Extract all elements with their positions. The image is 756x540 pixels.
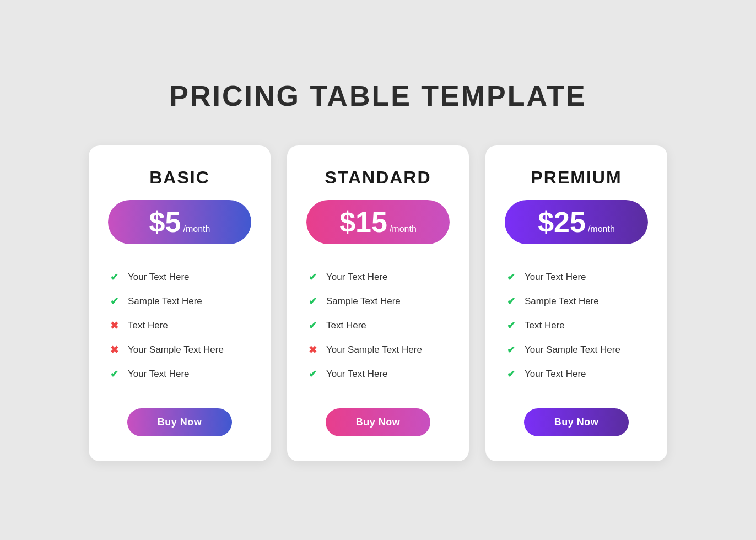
price-badge-premium: $25/month	[505, 200, 648, 244]
price-amount-premium: $25	[538, 208, 586, 236]
list-item: Your Text Here	[306, 362, 450, 386]
list-item: Text Here	[108, 314, 251, 338]
features-list-standard: Your Text HereSample Text HereText HereY…	[306, 265, 450, 386]
features-list-basic: Your Text HereSample Text HereText HereY…	[108, 265, 251, 386]
feature-text-premium-4: Your Text Here	[525, 369, 586, 380]
list-item: Sample Text Here	[505, 289, 648, 314]
list-item: Your Text Here	[108, 362, 251, 386]
pricing-table: BASIC$5/monthYour Text HereSample Text H…	[75, 145, 681, 461]
list-item: Your Text Here	[505, 362, 648, 386]
list-item: Text Here	[306, 314, 450, 338]
list-item: Your Sample Text Here	[505, 338, 648, 362]
check-icon	[306, 271, 318, 283]
feature-text-standard-2: Text Here	[326, 320, 366, 331]
price-period-premium: /month	[588, 224, 615, 234]
feature-text-standard-4: Your Text Here	[326, 369, 388, 380]
page-title: PRICING TABLE TEMPLATE	[169, 79, 586, 112]
list-item: Your Text Here	[505, 265, 648, 289]
feature-text-basic-3: Your Sample Text Here	[128, 344, 224, 355]
feature-text-basic-1: Sample Text Here	[128, 296, 202, 307]
list-item: Your Sample Text Here	[306, 338, 450, 362]
feature-text-premium-0: Your Text Here	[525, 272, 586, 283]
feature-text-premium-1: Sample Text Here	[525, 296, 599, 307]
list-item: Your Text Here	[108, 265, 251, 289]
feature-text-standard-1: Sample Text Here	[326, 296, 401, 307]
check-icon	[505, 368, 517, 380]
price-badge-basic: $5/month	[108, 200, 251, 244]
plan-name-basic: BASIC	[149, 168, 210, 188]
plan-name-premium: PREMIUM	[531, 168, 622, 188]
list-item: Sample Text Here	[306, 289, 450, 314]
price-amount-basic: $5	[149, 208, 181, 236]
check-icon	[306, 320, 318, 332]
pricing-card-premium: PREMIUM$25/monthYour Text HereSample Tex…	[485, 145, 667, 461]
check-icon	[505, 271, 517, 283]
pricing-card-standard: STANDARD$15/monthYour Text HereSample Te…	[287, 145, 469, 461]
check-icon	[108, 368, 120, 380]
feature-text-premium-3: Your Sample Text Here	[525, 344, 620, 355]
list-item: Your Sample Text Here	[108, 338, 251, 362]
price-period-basic: /month	[183, 224, 210, 234]
cross-icon	[108, 320, 120, 332]
check-icon	[306, 368, 318, 380]
check-icon	[108, 295, 120, 307]
features-list-premium: Your Text HereSample Text HereText HereY…	[505, 265, 648, 386]
cross-icon	[108, 344, 120, 356]
price-amount-standard: $15	[339, 208, 387, 236]
pricing-card-basic: BASIC$5/monthYour Text HereSample Text H…	[89, 145, 271, 461]
check-icon	[505, 320, 517, 332]
feature-text-premium-2: Text Here	[525, 320, 565, 331]
price-badge-standard: $15/month	[306, 200, 450, 244]
check-icon	[505, 295, 517, 307]
check-icon	[505, 344, 517, 356]
price-period-standard: /month	[390, 224, 417, 234]
plan-name-standard: STANDARD	[325, 168, 431, 188]
buy-button-standard[interactable]: Buy Now	[326, 408, 431, 436]
feature-text-basic-4: Your Text Here	[128, 369, 190, 380]
buy-button-basic[interactable]: Buy Now	[127, 408, 233, 436]
cross-icon	[306, 344, 318, 356]
buy-button-premium[interactable]: Buy Now	[524, 408, 629, 436]
list-item: Your Text Here	[306, 265, 450, 289]
feature-text-basic-0: Your Text Here	[128, 272, 190, 283]
list-item: Sample Text Here	[108, 289, 251, 314]
feature-text-standard-3: Your Sample Text Here	[326, 344, 422, 355]
check-icon	[306, 295, 318, 307]
feature-text-basic-2: Text Here	[128, 320, 168, 331]
feature-text-standard-0: Your Text Here	[326, 272, 388, 283]
check-icon	[108, 271, 120, 283]
list-item: Text Here	[505, 314, 648, 338]
